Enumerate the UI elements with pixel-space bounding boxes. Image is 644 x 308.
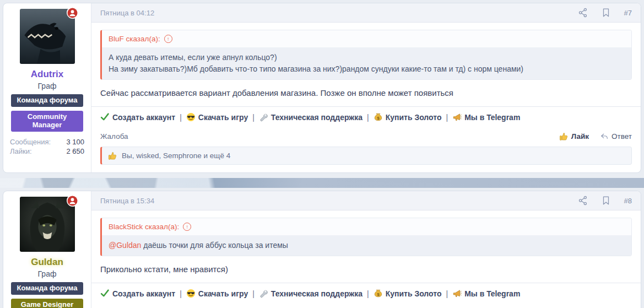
check-icon: [100, 112, 110, 122]
username[interactable]: Guldan: [9, 257, 85, 268]
post-header-actions: #7: [578, 8, 632, 18]
post-header: Пятница в 15:34 #8: [91, 191, 641, 210]
quote-block: BlackStick сказал(а): ↑ @Guldan даёшь то…: [100, 218, 632, 256]
user-panel: Adutrix Граф Команда форума Community Ma…: [3, 3, 91, 172]
thumbs-up-icon: [108, 151, 117, 160]
stat-messages: Сообщения: 3 100: [9, 137, 85, 147]
check-icon: [100, 289, 110, 298]
post-number-link[interactable]: #7: [624, 9, 632, 17]
signature-link-create-account[interactable]: Создать аккаунт: [100, 112, 175, 122]
quote-line: А куда девать итемы, если уже апнул коль…: [109, 52, 625, 63]
reply-icon: [600, 132, 609, 141]
post-main: Пятница в 04:12 #7 BluF сказал(а): ↑ А к…: [91, 3, 641, 172]
user-badge-forum-team: Команда форума: [11, 282, 83, 295]
user-title: Граф: [9, 82, 85, 90]
jump-to-quote-icon[interactable]: ↑: [183, 223, 191, 231]
post-timestamp[interactable]: Пятница в 04:12: [100, 9, 154, 17]
post-footer: Жалоба Лайк Ответ: [91, 304, 641, 308]
signature: Создать аккаунт | Скачать игру | Техниче…: [91, 283, 641, 304]
thread-page: Adutrix Граф Команда форума Community Ma…: [0, 0, 644, 308]
signature-link-download-game[interactable]: Скачать игру: [186, 289, 248, 298]
share-icon[interactable]: [578, 196, 588, 206]
signature-link-download-game[interactable]: Скачать игру: [186, 112, 248, 122]
quote-line: На зиму закатывать?)Мб добавить что-то т…: [109, 63, 625, 75]
post-message: Прикольно кстати, мне нравится): [100, 263, 632, 278]
background-banner: [0, 178, 644, 188]
avatar-image-guldan[interactable]: [20, 197, 75, 252]
quote-line: @Guldan даёшь точки для аббус кольца за …: [109, 240, 625, 251]
jump-to-quote-icon[interactable]: ↑: [164, 35, 172, 43]
signature-link-tech-support[interactable]: Техническая поддержка: [259, 289, 362, 298]
quote-author-link[interactable]: BlackStick сказал(а):: [109, 223, 179, 231]
signature: Создать аккаунт | Скачать игру | Техниче…: [91, 106, 641, 127]
likes-list[interactable]: Вы, wisked, Semphrone и ещё 4: [122, 152, 230, 160]
sunglasses-emoji-icon: [186, 112, 196, 122]
quote-author-link[interactable]: BluF сказал(а):: [109, 35, 160, 43]
bookmark-icon[interactable]: [601, 196, 611, 206]
post-message: Сейчас рассматривается вариант добавлени…: [100, 87, 632, 102]
likes-bar: Вы, wisked, Semphrone и ещё 4: [100, 147, 632, 165]
megaphone-icon: [452, 289, 462, 298]
post-timestamp[interactable]: Пятница в 15:34: [100, 197, 154, 205]
post-header: Пятница в 04:12 #7: [91, 3, 641, 23]
signature-link-buy-gold[interactable]: Купить Золото: [374, 289, 442, 298]
money-bag-icon: [374, 289, 383, 298]
avatar-image-crocodile[interactable]: [20, 9, 75, 64]
wrench-icon: [259, 112, 268, 122]
user-badge-role: Game Designer: [11, 299, 83, 308]
bookmark-icon[interactable]: [601, 8, 611, 18]
post-number-link[interactable]: #8: [624, 197, 632, 205]
footer-actions: Лайк Ответ: [559, 132, 632, 141]
staff-badge-icon: [67, 7, 79, 19]
quote-content: @Guldan даёшь точки для аббус кольца за …: [102, 235, 631, 256]
signature-link-buy-gold[interactable]: Купить Золото: [374, 112, 442, 122]
quote-content: А куда девать итемы, если уже апнул коль…: [102, 47, 631, 79]
user-panel: Guldan Граф Команда форума Game Designer…: [3, 191, 91, 308]
report-link[interactable]: Жалоба: [100, 132, 128, 141]
signature-link-tech-support[interactable]: Техническая поддержка: [259, 112, 362, 122]
reply-button[interactable]: Ответ: [600, 132, 632, 141]
signature-link-telegram[interactable]: Мы в Telegram: [452, 112, 520, 122]
signature-link-telegram[interactable]: Мы в Telegram: [452, 289, 520, 298]
quote-block: BluF сказал(а): ↑ А куда девать итемы, е…: [100, 30, 632, 80]
staff-badge-icon: [67, 194, 79, 207]
post-footer: Жалоба Лайк Ответ: [91, 127, 641, 143]
share-icon[interactable]: [578, 8, 588, 18]
avatar[interactable]: [20, 9, 75, 64]
sunglasses-emoji-icon: [186, 289, 196, 298]
post-7: Adutrix Граф Команда форума Community Ma…: [3, 3, 641, 173]
thumbs-up-icon: [559, 132, 569, 141]
post-main: Пятница в 15:34 #8 BlackStick сказал(а):…: [91, 191, 641, 308]
quote-title: BluF сказал(а): ↑: [102, 30, 631, 47]
post-header-actions: #8: [578, 196, 632, 206]
signature-link-create-account[interactable]: Создать аккаунт: [100, 289, 175, 298]
stat-likes: Лайки: 2 650: [9, 147, 85, 156]
megaphone-icon: [452, 112, 462, 122]
user-stats: Сообщения: 3 100 Лайки: 2 650: [9, 137, 85, 156]
like-button[interactable]: Лайк: [559, 132, 589, 141]
wrench-icon: [259, 289, 268, 298]
user-title: Граф: [9, 269, 85, 278]
quote-title: BlackStick сказал(а): ↑: [102, 218, 631, 235]
money-bag-icon: [374, 112, 383, 122]
page-gap: [3, 173, 641, 191]
post-8: Guldan Граф Команда форума Game Designer…: [3, 191, 641, 308]
post-body: BlackStick сказал(а): ↑ @Guldan даёшь то…: [91, 210, 641, 283]
post-body: BluF сказал(а): ↑ А куда девать итемы, е…: [91, 23, 641, 106]
username[interactable]: Adutrix: [9, 69, 85, 80]
mention-link[interactable]: @Guldan: [109, 241, 141, 250]
user-badge-forum-team: Команда форума: [11, 94, 83, 107]
avatar[interactable]: [20, 197, 75, 252]
user-badge-role: Community Manager: [11, 111, 83, 132]
